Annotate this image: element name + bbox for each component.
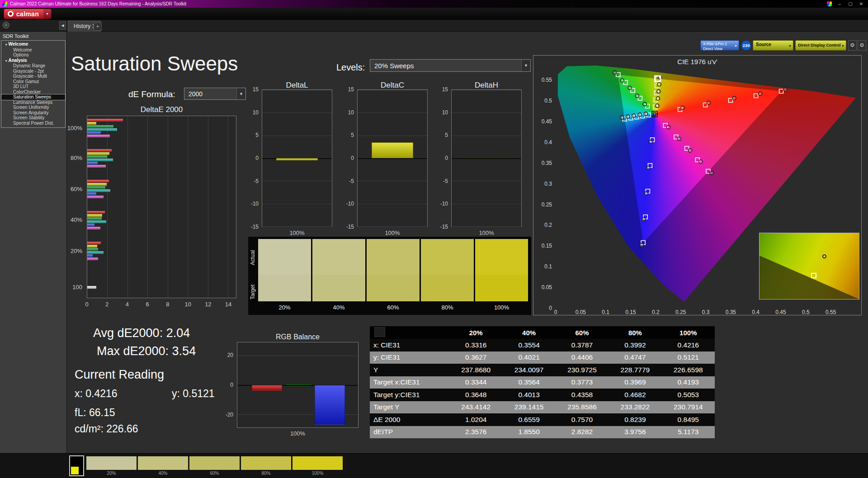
sidebar-section[interactable]: ▾Analysis: [1, 58, 65, 64]
x-tick-label: 0.5: [802, 309, 810, 315]
x-tick-label: 6: [146, 301, 149, 308]
de-formula-dropdown[interactable]: 2000 ▼: [184, 88, 246, 100]
sidebar-collapse-button[interactable]: ◀: [59, 21, 66, 30]
measured-point: [643, 102, 646, 106]
patch-thumbnail[interactable]: [69, 455, 84, 476]
calman-menu-button[interactable]: calman ▼: [4, 9, 52, 19]
y-tick-label: 0.5: [535, 98, 554, 104]
actual-row-label: Actual: [250, 240, 257, 275]
table-cell: 0.4193: [662, 378, 715, 386]
de-bar: [87, 254, 93, 257]
source-label: Source: [756, 42, 771, 47]
patch-target: [475, 275, 528, 301]
x-tick-label: 14: [225, 301, 231, 308]
de-bar: [87, 217, 102, 220]
sidebar-item[interactable]: ColorChecker: [1, 89, 65, 95]
app-icon: [2, 1, 7, 6]
deltah-chart-title: DeltaH: [451, 81, 522, 90]
chevron-down-icon: ▼: [521, 60, 530, 71]
table-row: x: CIE310.33160.35540.37870.39920.4216: [370, 339, 715, 351]
window-title: Calman 2022 Calman Ultimate for Business…: [10, 1, 186, 6]
y-tick-label: 0: [247, 155, 260, 161]
table-cell: 0.5053: [662, 391, 715, 399]
close-button[interactable]: ✕: [858, 1, 864, 6]
table-cell: 0.3316: [449, 341, 502, 349]
sidebar-item[interactable]: Grayscale - 2pt: [1, 69, 65, 74]
patch-thumbnail[interactable]: 100%: [292, 456, 343, 476]
thumbnail-swatch: [241, 456, 291, 470]
deltal-xlabel: 100%: [262, 230, 332, 236]
de-bar: [87, 162, 98, 164]
measured-point: [732, 96, 736, 100]
current-reading-heading: Current Reading: [75, 368, 164, 382]
y-tick-label: 0.25: [535, 202, 554, 208]
table-cell: 243.4142: [449, 403, 502, 411]
y-tick-label: 0.3: [535, 181, 554, 187]
patch-target: [258, 275, 311, 301]
y-tick-label: 5: [436, 132, 450, 138]
patch-label: 20%: [258, 301, 311, 311]
color-patch: 80%: [421, 239, 474, 311]
chevron-down-icon: ▼: [788, 44, 792, 47]
y-tick-label: 0: [436, 155, 450, 161]
table-corner-box: [374, 327, 385, 337]
y-tick-label: -5: [436, 178, 450, 184]
minimize-button[interactable]: –: [836, 1, 843, 6]
sidebar-item[interactable]: Luminance Sweeps: [1, 100, 65, 105]
measured-point: [626, 115, 630, 118]
sidebar-item[interactable]: Screen Angularity: [1, 110, 65, 116]
y-tick-label: 5: [247, 132, 260, 138]
cie-xticks: 00.050.10.150.20.250.30.350.40.450.50.55: [556, 309, 856, 315]
deltae-ylabels: 100%80%60%40%20%100: [49, 116, 85, 298]
patch-actual: [367, 239, 420, 275]
patch-thumbnail[interactable]: 80%: [241, 456, 291, 476]
sidebar-header: SDR Toolkit: [0, 32, 66, 40]
table-cell: 0.4747: [609, 353, 661, 361]
tree-collapse-icon: ▾: [5, 43, 7, 46]
x-tick-label: 0: [554, 309, 557, 315]
color-patch: 40%: [312, 239, 365, 311]
display-control-button[interactable]: Direct Display Control ▼: [795, 40, 846, 51]
add-tab-button[interactable]: +: [94, 23, 102, 31]
sidebar-item[interactable]: 3D LUT: [1, 84, 65, 89]
sidebar-item[interactable]: Screen Uniformity: [1, 105, 65, 110]
table-row: ΔE 20001.02040.65590.75700.82390.8495: [370, 413, 715, 426]
sidebar-item[interactable]: Options: [1, 52, 65, 58]
de-bar: [87, 152, 109, 155]
x-tick-label: 0.1: [602, 309, 609, 315]
chart-bar: [372, 142, 413, 158]
title-bar: Calman 2022 Calman Ultimate for Business…: [0, 0, 868, 8]
target-point: [616, 73, 620, 77]
meter-select-button[interactable]: X-Rite i1Pro 2 Direct View ▼: [700, 40, 739, 51]
workflow-gear-icon[interactable]: ⚙: [858, 40, 866, 51]
table-row: Target y:CIE310.36480.40130.43580.46820.…: [370, 389, 715, 401]
color-patch: 20%: [258, 239, 311, 311]
sidebar-item[interactable]: Saturation Sweeps: [1, 94, 65, 100]
sidebar-section[interactable]: ▾Welcome: [1, 42, 65, 47]
patch-thumbnail[interactable]: 60%: [189, 456, 240, 476]
patch-thumbnail[interactable]: 40%: [138, 456, 188, 476]
sidebar-item[interactable]: Dynamic Range: [1, 63, 65, 69]
maximize-button[interactable]: ▢: [847, 1, 854, 6]
patch-actual: [421, 239, 474, 275]
patch-thumbnail[interactable]: 20%: [86, 456, 137, 476]
y-tick-label: 10: [247, 109, 260, 116]
de-bar: [87, 245, 97, 248]
patch-label: 40%: [312, 301, 365, 311]
x-tick-label: 0.3: [702, 309, 710, 315]
de-bar: [87, 128, 117, 131]
sidebar-item[interactable]: Grayscale - Multi: [1, 74, 65, 79]
source-select-button[interactable]: Source ▼: [753, 40, 793, 51]
table-cell: 1.0204: [449, 416, 502, 424]
patch-actual: [258, 239, 311, 275]
table-cell: 0.8495: [662, 416, 715, 424]
menu-icon[interactable]: ≡: [3, 22, 9, 28]
chevron-down-icon: ▼: [841, 44, 844, 47]
y-tick-label: 10: [436, 109, 450, 116]
y-tick-label: 40%: [49, 216, 85, 223]
settings-gear-icon[interactable]: ⚙: [848, 40, 857, 51]
sidebar-item[interactable]: Welcome: [1, 47, 65, 53]
color-patch: 60%: [367, 239, 420, 311]
levels-dropdown[interactable]: 20% Sweeps ▼: [370, 59, 531, 72]
sidebar-item[interactable]: Color Gamut: [1, 79, 65, 84]
